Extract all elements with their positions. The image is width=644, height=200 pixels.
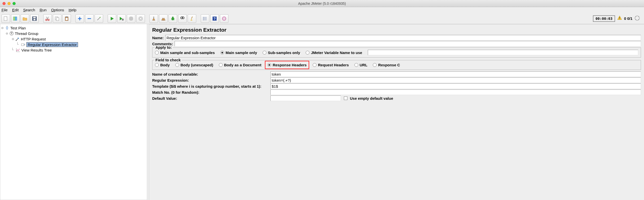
radio-body-unescaped[interactable]: Body (unescaped)	[175, 63, 213, 67]
tree-node-regex[interactable]: └ Regular Expression Extractor	[1, 42, 146, 47]
apply-to-fieldset: Apply to: Main sample and sub-samples Ma…	[152, 47, 641, 58]
jmeter-var-input[interactable]	[368, 50, 638, 55]
tree-panel[interactable]: Test Plan Thread Group HTTP Request └ Re…	[0, 24, 147, 200]
svg-text:?: ?	[214, 17, 216, 21]
clear-button[interactable]	[149, 14, 158, 23]
thread-count: 0 0/1	[624, 16, 632, 21]
svg-point-20	[203, 17, 204, 18]
radio-request-headers[interactable]: Request Headers	[313, 63, 349, 67]
tree-label: View Results Tree	[21, 48, 52, 52]
open-button[interactable]	[21, 14, 29, 23]
stop-button[interactable]	[127, 14, 135, 23]
radio-main-only[interactable]: Main sample only	[220, 51, 257, 55]
radio-response-headers[interactable]: Response Headers	[267, 63, 307, 67]
var-input[interactable]	[270, 71, 641, 77]
cut-button[interactable]	[43, 14, 52, 23]
panel-title: Regular Expression Extractor	[152, 27, 641, 33]
svg-text:!: !	[619, 17, 620, 20]
tree-toggle-icon[interactable]	[1, 26, 4, 29]
radio-response-code[interactable]: Response C	[373, 63, 400, 67]
svg-point-14	[122, 19, 124, 21]
tree-toggle-icon[interactable]	[5, 32, 8, 35]
comments-input[interactable]	[175, 41, 641, 46]
tree-node-viewresults[interactable]: └ View Results Tree	[1, 47, 146, 53]
menu-edit[interactable]: Edit	[12, 8, 19, 12]
highlighted-region: Response Headers	[265, 61, 309, 69]
save-button[interactable]	[30, 14, 39, 23]
svg-rect-29	[7, 26, 7, 26]
menu-help[interactable]: Help	[69, 8, 76, 12]
search-button[interactable]	[178, 14, 187, 23]
tree-node-httprequest[interactable]: HTTP Request	[1, 36, 146, 42]
svg-point-22	[203, 19, 204, 20]
wand-button[interactable]	[95, 14, 103, 23]
tree-node-testplan[interactable]: Test Plan	[1, 25, 146, 31]
var-label: Name of created variable:	[152, 72, 270, 76]
radio-body[interactable]: Body	[155, 63, 170, 67]
svg-point-13	[100, 17, 101, 18]
template-input[interactable]	[270, 83, 641, 89]
menu-file[interactable]: File	[2, 8, 8, 12]
tree-toggle-icon[interactable]	[11, 37, 14, 40]
svg-rect-11	[66, 17, 67, 17]
radio-jmeter-var[interactable]: JMeter Variable Name to use	[306, 51, 362, 55]
expand-icon[interactable]	[634, 15, 640, 22]
bug-button[interactable]	[169, 14, 177, 23]
default-input[interactable]	[270, 95, 341, 101]
start-noTimers-button[interactable]	[117, 14, 126, 23]
new-button[interactable]	[2, 14, 10, 23]
field-check-legend: Field to check	[154, 58, 182, 62]
elapsed-timer: 00:00:03	[593, 15, 615, 22]
regex-label: Regular Expression:	[152, 78, 270, 82]
copy-button[interactable]	[53, 14, 61, 23]
templates-button[interactable]	[11, 14, 20, 23]
menu-bar: File Edit Search Run Options Help	[0, 7, 644, 13]
splitter[interactable]	[147, 24, 149, 200]
svg-rect-4	[33, 17, 36, 18]
content-panel: Regular Expression Extractor Name: Comme…	[149, 24, 644, 200]
function-helper-button[interactable]	[220, 14, 228, 23]
name-label: Name:	[152, 36, 164, 40]
broom-button[interactable]	[188, 14, 196, 23]
svg-rect-9	[56, 18, 59, 21]
list-button[interactable]	[201, 14, 209, 23]
match-label: Match No. (0 for Random):	[152, 90, 270, 94]
default-label: Default Value:	[152, 96, 270, 101]
radio-url[interactable]: URL	[354, 63, 368, 67]
start-button[interactable]	[108, 14, 116, 23]
threadgroup-icon	[9, 31, 14, 36]
svg-rect-35	[21, 44, 24, 46]
svg-point-27	[635, 16, 639, 20]
sampler-icon	[15, 37, 20, 41]
paste-button[interactable]	[62, 14, 71, 23]
match-input[interactable]	[270, 89, 641, 95]
tree-node-threadgroup[interactable]: Thread Group	[1, 31, 146, 36]
radio-sub-only[interactable]: Sub-samples only	[263, 51, 300, 55]
field-check-fieldset: Field to check Body Body (unescaped) Bod…	[152, 60, 641, 70]
warning-icon[interactable]: !	[617, 15, 622, 22]
postprocessor-icon	[21, 42, 25, 47]
tree-label-selected: Regular Expression Extractor	[26, 42, 78, 47]
regex-input[interactable]	[270, 77, 641, 83]
window-title: Apache JMeter (5.0 r1840935)	[0, 2, 644, 6]
help-button[interactable]: ?	[210, 14, 219, 23]
shutdown-button[interactable]	[136, 14, 145, 23]
empty-default-checkbox[interactable]: Use empty default value	[344, 96, 393, 101]
radio-body-document[interactable]: Body as a Document	[219, 63, 261, 67]
tree-label: Thread Group	[15, 31, 38, 36]
menu-options[interactable]: Options	[51, 8, 64, 12]
listener-icon	[16, 48, 20, 52]
svg-rect-2	[15, 17, 17, 20]
clear-all-button[interactable]	[159, 14, 168, 23]
name-input[interactable]	[165, 35, 641, 40]
svg-point-21	[203, 18, 204, 19]
radio-main-sub[interactable]: Main sample and sub-samples	[155, 51, 215, 55]
apply-to-legend: Apply to:	[154, 45, 173, 49]
svg-rect-12	[66, 18, 68, 20]
titlebar: Apache JMeter (5.0 r1840935)	[0, 0, 644, 7]
menu-search[interactable]: Search	[23, 8, 35, 12]
svg-point-34	[16, 40, 17, 41]
remove-button[interactable]	[85, 14, 94, 23]
menu-run[interactable]: Run	[40, 8, 47, 12]
add-button[interactable]	[75, 14, 84, 23]
